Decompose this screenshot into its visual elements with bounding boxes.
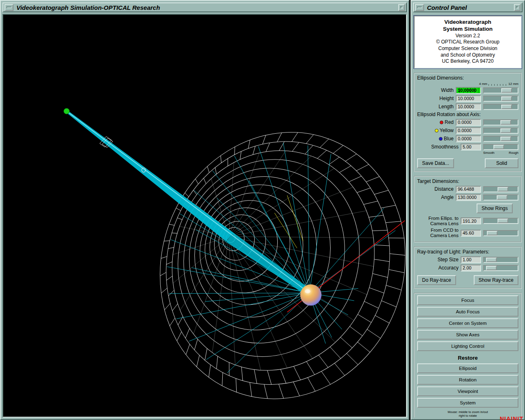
yellow-rotation-slider[interactable] bbox=[483, 128, 518, 134]
red-axis-label: Red bbox=[417, 119, 454, 125]
control-panel-body: Videokeratograph System Simulation Versi… bbox=[413, 14, 523, 418]
angle-slider[interactable] bbox=[483, 194, 518, 201]
maximize-button[interactable] bbox=[398, 4, 405, 11]
lighting-control-button[interactable]: Lighting Control bbox=[417, 341, 518, 351]
width-slider[interactable] bbox=[483, 87, 518, 94]
restore-viewpoint-button[interactable]: Viewpoint bbox=[417, 386, 518, 396]
ellips-to-lens-label: From Ellips. to Camera Lens bbox=[417, 216, 459, 226]
ray-fan bbox=[167, 143, 395, 373]
angle-label: Angle bbox=[417, 194, 454, 200]
slider-thumb[interactable] bbox=[486, 258, 497, 262]
menu-dash-icon bbox=[417, 7, 422, 8]
auto-focus-button[interactable]: Auto Focus bbox=[417, 307, 518, 317]
scale-ticks-icon bbox=[488, 84, 507, 86]
target-section: Target Dimensions: Distance Angle Show R… bbox=[414, 176, 522, 242]
smooth-label: Smooth bbox=[483, 151, 495, 155]
restore-rotation-button[interactable]: Rotation bbox=[417, 375, 518, 385]
slider-thumb[interactable] bbox=[487, 231, 498, 235]
ellips-to-lens-field[interactable] bbox=[461, 217, 481, 224]
smoothness-slider[interactable] bbox=[483, 144, 518, 150]
distance-slider[interactable] bbox=[483, 186, 518, 192]
slider-thumb[interactable] bbox=[498, 219, 508, 223]
blue-rotation-field[interactable] bbox=[456, 135, 481, 142]
ellips-to-lens-slider[interactable] bbox=[483, 218, 518, 224]
slider-thumb[interactable] bbox=[493, 145, 504, 149]
accuracy-field[interactable] bbox=[461, 265, 481, 272]
control-panel-window: Control Panel Videokeratograph System Si… bbox=[411, 0, 525, 420]
angle-field[interactable] bbox=[456, 194, 481, 201]
show-raytrace-button[interactable]: Show Ray-trace bbox=[474, 275, 518, 285]
division-line: Computer Science Division bbox=[415, 46, 520, 52]
ccd-to-lens-field[interactable] bbox=[461, 230, 481, 237]
ccd-to-lens-slider[interactable] bbox=[483, 230, 518, 236]
smoothness-label: Smoothness bbox=[417, 144, 459, 150]
dimension-scale: 4 mm 12 mm bbox=[479, 82, 518, 86]
slider-thumb[interactable] bbox=[501, 105, 512, 109]
slider-thumb[interactable] bbox=[501, 88, 512, 93]
restore-system-button[interactable]: System bbox=[417, 398, 518, 408]
center-on-system-button[interactable]: Center on System bbox=[417, 318, 518, 328]
slider-thumb[interactable] bbox=[500, 120, 511, 125]
copyright-line: © OPTICAL Research Group bbox=[415, 39, 520, 46]
width-field[interactable] bbox=[456, 87, 481, 94]
slider-thumb[interactable] bbox=[500, 137, 511, 141]
accuracy-slider[interactable] bbox=[483, 265, 518, 271]
smoothness-scale-labels: Smooth Rough bbox=[483, 151, 518, 155]
red-rotation-slider[interactable] bbox=[483, 119, 518, 126]
save-data-button[interactable]: Save Data... bbox=[417, 158, 454, 168]
ellipsoid-heading: Ellipsoid Dimensions: bbox=[417, 75, 518, 81]
blue-rotation-slider[interactable] bbox=[483, 136, 518, 142]
control-titlebar[interactable]: Control Panel bbox=[413, 2, 523, 12]
step-size-label: Step Size bbox=[417, 257, 459, 262]
slider-thumb[interactable] bbox=[497, 195, 507, 200]
length-field[interactable] bbox=[456, 103, 481, 110]
yellow-rotation-field[interactable] bbox=[456, 127, 481, 134]
actions-section: Focus Auto Focus Center on System Show A… bbox=[414, 293, 522, 418]
raytrace-heading: Ray-tracing of Light: Parameters: bbox=[417, 249, 518, 255]
height-label: Height bbox=[417, 96, 454, 101]
main-window-title: Videokeratograph Simulation-OPTICAL Rese… bbox=[16, 4, 395, 11]
distance-label: Distance bbox=[417, 186, 454, 192]
red-rotation-field[interactable] bbox=[456, 119, 481, 126]
step-size-field[interactable] bbox=[461, 256, 481, 263]
slider-thumb[interactable] bbox=[500, 128, 511, 133]
school-line: and School of Optometry bbox=[415, 52, 520, 59]
viewport-3d-scene[interactable] bbox=[3, 15, 406, 417]
smoothness-field[interactable] bbox=[461, 144, 481, 151]
restore-column: Restore Ellipsoid Rotation Viewpoint Sys… bbox=[417, 354, 518, 418]
length-slider[interactable] bbox=[483, 104, 518, 110]
window-menu-button[interactable] bbox=[5, 4, 14, 11]
main-titlebar[interactable]: Videokeratograph Simulation-OPTICAL Rese… bbox=[2, 2, 407, 12]
slider-thumb[interactable] bbox=[486, 266, 497, 270]
control-menu-button[interactable] bbox=[415, 4, 424, 11]
viewport[interactable] bbox=[2, 14, 407, 418]
cornea-sphere bbox=[300, 284, 322, 306]
maximize-icon bbox=[516, 6, 518, 9]
step-size-slider[interactable] bbox=[483, 257, 518, 263]
restore-ellipsoid-button[interactable]: Ellipsoid bbox=[417, 363, 518, 373]
distance-field[interactable] bbox=[456, 186, 481, 193]
about-box: Videokeratograph System Simulation Versi… bbox=[414, 16, 522, 68]
ellipsoid-section: Ellipsoid Dimensions: 4 mm 12 mm Width H… bbox=[414, 73, 522, 172]
ccd-to-lens-label: From CCD to Camera Lens bbox=[417, 228, 459, 238]
yellow-rays bbox=[274, 195, 303, 248]
watermark: NIAINIT bbox=[500, 415, 523, 420]
light-beam bbox=[66, 110, 312, 296]
height-slider[interactable] bbox=[483, 96, 518, 102]
target-heading: Target Dimensions: bbox=[417, 178, 518, 185]
slider-thumb[interactable] bbox=[501, 96, 512, 101]
yellow-axis-icon bbox=[435, 129, 438, 132]
slider-thumb[interactable] bbox=[498, 187, 508, 192]
simulation-window: Videokeratograph Simulation-OPTICAL Rese… bbox=[0, 0, 409, 420]
control-maximize-button[interactable] bbox=[514, 4, 520, 11]
focus-button[interactable]: Focus bbox=[417, 295, 518, 305]
solid-button[interactable]: Solid bbox=[485, 158, 518, 168]
red-axis-icon bbox=[440, 121, 443, 124]
height-field[interactable] bbox=[456, 95, 481, 102]
blue-axis-icon bbox=[439, 137, 443, 141]
app-name-line1: Videokeratograph bbox=[415, 19, 520, 26]
show-rings-button[interactable]: Show Rings bbox=[477, 203, 513, 213]
light-source-dot bbox=[64, 108, 69, 114]
show-axes-button[interactable]: Show Axes bbox=[417, 330, 518, 340]
do-raytrace-button[interactable]: Do Ray-trace bbox=[417, 275, 456, 285]
